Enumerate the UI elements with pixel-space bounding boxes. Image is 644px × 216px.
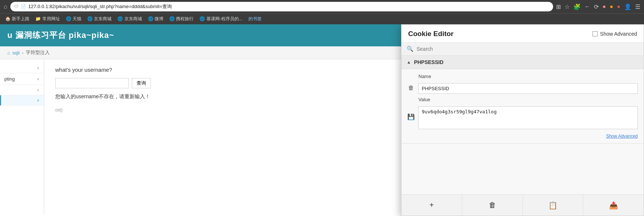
sidebar-item-pting-label: pting: [4, 76, 15, 82]
url-text: 127.0.0.1:82/pikachu/vul/sqli/sqli_str.p…: [28, 3, 172, 10]
menu-icon[interactable]: ☰: [635, 3, 640, 10]
cookie-editor-panel: Cookie Editor Show Advanced 🔍 ▲ PHPSESSI…: [401, 24, 644, 216]
breadcrumb-separator: ›: [22, 50, 23, 56]
breadcrumb-sqli-link[interactable]: sqli: [13, 50, 20, 56]
import-cookie-button[interactable]: 📋: [523, 195, 584, 216]
show-advanced-label: Show Advanced: [600, 31, 637, 37]
sidebar-item-1[interactable]: ∨: [0, 63, 44, 73]
sidebar-arrow-pting: ∨: [37, 77, 39, 81]
bookmark-common[interactable]: 📁 常用网址: [33, 15, 62, 23]
bookmark-home[interactable]: 🏠 新手上路: [3, 15, 32, 23]
refresh-icon[interactable]: ⟳: [594, 3, 599, 10]
save-icon[interactable]: 💾: [407, 113, 415, 120]
bookmark-jd2[interactable]: 🌐 京东商城: [115, 15, 144, 23]
shield-icon: 🛡: [14, 4, 18, 9]
delete-icon[interactable]: 🗑: [408, 85, 414, 91]
page-content: u 漏洞练习平台 pika~pika~ ⌂ sqli › 字符型注入 ∨ pti…: [0, 24, 644, 216]
home-icon[interactable]: ⌂: [4, 3, 7, 10]
export-icon: 📤: [609, 201, 618, 210]
colorful-icon1[interactable]: ●: [602, 3, 606, 10]
cookie-search-bar: 🔍: [401, 43, 644, 56]
import-icon: 📋: [548, 201, 558, 210]
username-input[interactable]: [55, 78, 129, 88]
field-name-input[interactable]: [418, 83, 638, 94]
trash-icon: 🗑: [489, 201, 496, 209]
bookmark-ctrip[interactable]: 🌐 携程旅行: [167, 15, 196, 23]
bookmark-weibo[interactable]: 🌐 微博: [146, 15, 166, 23]
cookie-section-name: PHPSESSID: [414, 59, 443, 65]
add-icon: +: [429, 201, 434, 209]
sidebar-arrow-1: ∨: [37, 66, 39, 70]
show-advanced-link[interactable]: Show Advanced: [418, 132, 638, 139]
bookmark-tmall[interactable]: 🌐 天猫: [64, 15, 84, 23]
sidebar-item-4-active[interactable]: ∨: [0, 95, 44, 106]
back-icon[interactable]: ←: [584, 3, 590, 10]
cookie-detail-icons: 🗑 💾: [407, 74, 415, 139]
doc-icon: 📄: [21, 4, 26, 9]
breadcrumb-home-icon[interactable]: ⌂: [7, 50, 10, 56]
sidebar-arrow-4: ∨: [37, 98, 39, 102]
add-cookie-button[interactable]: +: [401, 195, 462, 216]
qr-icon[interactable]: ⊞: [556, 3, 561, 10]
field-value-label: Value: [418, 97, 638, 102]
query-button[interactable]: 查询: [132, 78, 151, 88]
sidebar-item-3[interactable]: ∨: [0, 85, 44, 95]
show-advanced-header[interactable]: Show Advanced: [592, 31, 637, 37]
field-value-textarea[interactable]: 9uv6qdo4g3sr59gl9g47va1log: [418, 106, 638, 129]
delete-cookie-button[interactable]: 🗑: [462, 195, 523, 216]
sidebar-arrow-3: ∨: [37, 88, 39, 92]
extensions-icon[interactable]: 🧩: [573, 3, 581, 10]
browser-actions: ⊞ ☆ 🧩 ← ⟳ ● ● ● 👤 ☰: [556, 3, 640, 10]
breadcrumb-page: 字符型注入: [26, 49, 50, 56]
profile-icon[interactable]: 👤: [624, 3, 631, 10]
cookie-fields: Name Value 9uv6qdo4g3sr59gl9g47va1log Sh…: [418, 74, 638, 139]
colorful-icon2[interactable]: ●: [610, 3, 613, 10]
cookie-editor-header: Cookie Editor Show Advanced: [401, 25, 644, 43]
bookmark-jd1[interactable]: 🌐 京东商城: [85, 15, 114, 23]
cookie-search-input[interactable]: [417, 46, 638, 52]
sidebar-item-pting[interactable]: pting ∨: [0, 73, 44, 85]
cookie-section-header-phpsessid[interactable]: ▲ PHPSESSID: [401, 56, 644, 69]
cookie-list: ▲ PHPSESSID 🗑 💾 Name Value 9uv6qdo4g3sr5…: [401, 56, 644, 194]
show-advanced-checkbox[interactable]: [592, 31, 598, 36]
sidebar: ∨ pting ∨ ∨ ∨: [0, 59, 44, 215]
cookie-editor-footer: + 🗑 📋 📤: [401, 194, 644, 216]
section-collapse-arrow: ▲: [407, 60, 411, 65]
address-bar[interactable]: 🛡 📄 127.0.0.1:82/pikachu/vul/sqli/sqli_s…: [10, 2, 553, 11]
field-name-label: Name: [418, 74, 638, 79]
bookmark-more[interactable]: 的书签: [246, 15, 264, 23]
bookmark-mooc[interactable]: 🌐 慕课网-程序员的...: [197, 15, 244, 23]
star-icon[interactable]: ☆: [565, 3, 570, 10]
colorful-icon3[interactable]: ●: [617, 3, 620, 10]
cookie-detail: 🗑 💾 Name Value 9uv6qdo4g3sr59gl9g47va1lo…: [401, 69, 644, 144]
cookie-editor-title: Cookie Editor: [408, 30, 454, 38]
bookmarks-bar: 🏠 新手上路 📁 常用网址 🌐 天猫 🌐 京东商城 🌐 京东商城 🌐 微博 🌐 …: [0, 13, 644, 24]
site-title: u 漏洞练习平台 pika~pika~: [7, 30, 114, 41]
search-icon: 🔍: [407, 46, 414, 52]
export-cookie-button[interactable]: 📤: [583, 195, 644, 216]
